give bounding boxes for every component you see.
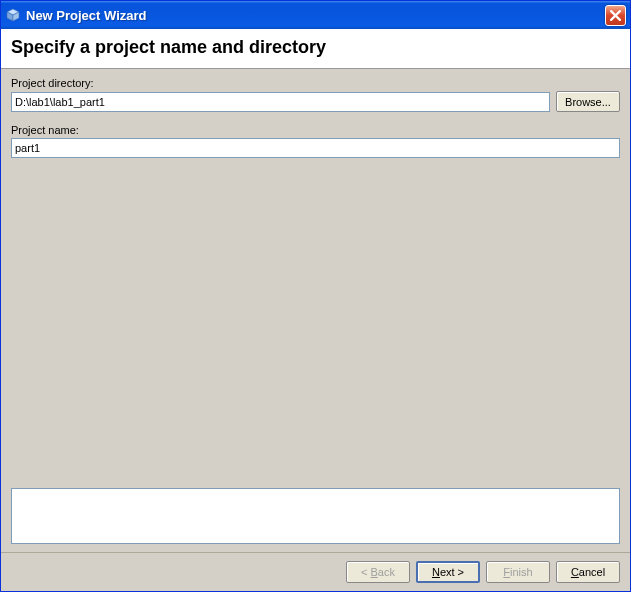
project-name-input[interactable]: [11, 138, 620, 158]
cancel-button[interactable]: Cancel: [556, 561, 620, 583]
window-title: New Project Wizard: [26, 8, 605, 23]
page-title: Specify a project name and directory: [11, 37, 620, 58]
next-button[interactable]: Next >: [416, 561, 480, 583]
finish-button: Finish: [486, 561, 550, 583]
titlebar[interactable]: New Project Wizard: [1, 1, 630, 29]
app-icon: [5, 7, 21, 23]
back-button: < Back: [346, 561, 410, 583]
project-directory-input[interactable]: [11, 92, 550, 112]
message-area: [11, 488, 620, 544]
browse-button[interactable]: Browse...: [556, 91, 620, 112]
wizard-content: Project directory: Browse... Project nam…: [1, 69, 630, 552]
close-button[interactable]: [605, 5, 626, 26]
directory-label: Project directory:: [11, 77, 620, 89]
name-label: Project name:: [11, 124, 620, 136]
wizard-header: Specify a project name and directory: [1, 29, 630, 69]
wizard-window: New Project Wizard Specify a project nam…: [0, 0, 631, 592]
button-bar: < Back Next > Finish Cancel: [1, 552, 630, 591]
